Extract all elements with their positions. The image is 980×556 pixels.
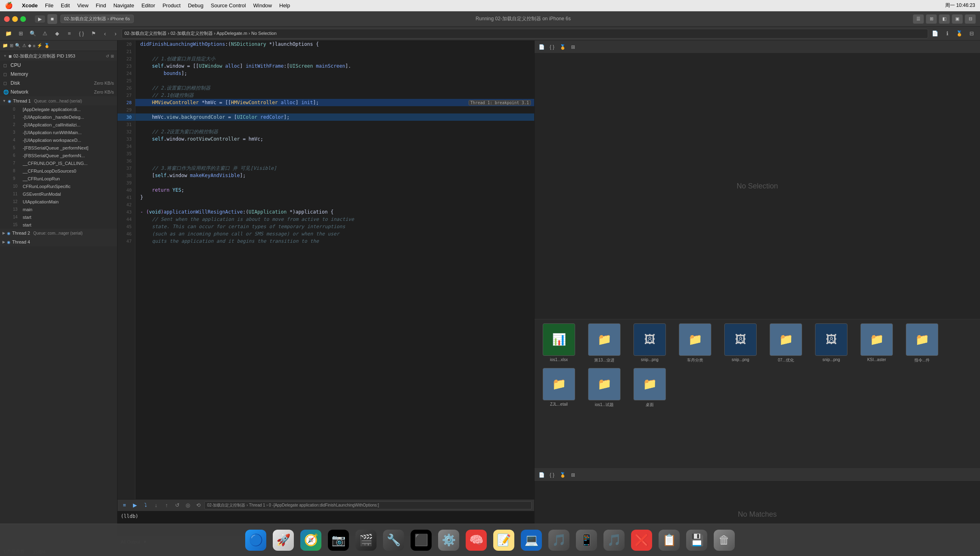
menu-help[interactable]: Help [279, 2, 290, 9]
folder-btn[interactable]: 📁 [3, 28, 14, 39]
layout-btn-2[interactable]: ◧ [939, 14, 950, 24]
dock-safari[interactable]: 🧭 [299, 528, 323, 552]
minimize-button[interactable] [12, 16, 18, 22]
dock-tools[interactable]: 🔧 [381, 528, 406, 552]
menu-edit[interactable]: Edit [61, 2, 70, 9]
debug-attach[interactable]: ⟲ [194, 501, 203, 510]
inspector-toggle[interactable]: ⊟ [965, 14, 976, 24]
panel-icon-4[interactable]: ⚠ [22, 43, 26, 48]
call-8[interactable]: 8 __CFRunLoopDoSources0 [0, 167, 117, 175]
call-4[interactable]: 4 -[UIApplication workspaceD... [0, 136, 117, 144]
navigator-toggle[interactable]: ☰ [913, 14, 924, 24]
panel-icon-8[interactable]: 🏅 [44, 43, 50, 48]
dock-launchpad[interactable]: 🚀 [271, 528, 295, 552]
menu-editor[interactable]: Editor [141, 2, 155, 9]
nav-forward[interactable]: › [111, 29, 120, 38]
thread2-header[interactable]: ▶ ◉ Thread 2 Queue: com...nager (serial) [0, 229, 117, 237]
rb-btn-3[interactable]: 🏅 [558, 470, 567, 479]
apple-menu[interactable]: 🍎 [5, 2, 13, 9]
call-10[interactable]: 10 CFRunLoopRunSpecific [0, 182, 117, 190]
file-item-9[interactable]: 📁 ZJL...etail [539, 368, 579, 408]
file-btn[interactable]: 📄 [930, 28, 940, 39]
panel-icon-7[interactable]: ⚡ [37, 43, 43, 48]
rp-code-btn[interactable]: { } [548, 43, 556, 51]
dock-media[interactable]: 🎬 [354, 528, 378, 552]
menu-file[interactable]: File [45, 2, 53, 9]
dock-generic1[interactable]: 🎵 [602, 528, 626, 552]
call-14[interactable]: 14 start [0, 213, 117, 221]
file-item-4[interactable]: 🖼 snip...png [720, 323, 761, 363]
group-btn[interactable]: ⊞ [15, 28, 26, 39]
close-button[interactable] [4, 16, 10, 22]
scheme-selector[interactable]: 02-加载自定义控制器 › iPhone 6s [60, 15, 134, 23]
dock-terminal[interactable]: ⬛ [409, 528, 433, 552]
debug-hide-btn[interactable]: ≡ [120, 501, 129, 510]
panel-icon-2[interactable]: ⊞ [10, 43, 13, 48]
rp-file-btn[interactable]: 📄 [537, 43, 546, 51]
rp-badge-btn[interactable]: 🏅 [558, 43, 567, 51]
call-6[interactable]: 6 -[FBSSerialQueue _performN... [0, 152, 117, 159]
menu-window[interactable]: Window [253, 2, 272, 9]
menu-navigate[interactable]: Navigate [113, 2, 134, 9]
layout-btn-3[interactable]: ▣ [952, 14, 963, 24]
call-15[interactable]: 15 start [0, 221, 117, 229]
debug-step-into[interactable]: ↓ [152, 501, 160, 510]
debug-locate[interactable]: ◎ [183, 501, 192, 510]
list-btn[interactable]: ≡ [64, 28, 75, 39]
flag-btn[interactable]: ⚑ [88, 28, 99, 39]
layout-split[interactable]: ⊟ [966, 28, 977, 39]
menu-debug[interactable]: Debug [188, 2, 203, 9]
layout-btn-1[interactable]: ⊞ [926, 14, 937, 24]
call-13[interactable]: 13 main [0, 205, 117, 213]
code-area[interactable]: didFinishLaunchingWithOptions:(NSDiction… [135, 41, 534, 499]
rb-btn-4[interactable]: ⊞ [569, 470, 578, 479]
debug-cpu[interactable]: ◻ CPU [0, 61, 117, 70]
debug-memory[interactable]: ◻ Memory [0, 70, 117, 79]
dock-xmind2[interactable]: ❌ [629, 528, 654, 552]
call-11[interactable]: 11 GSEventRunModal [0, 190, 117, 198]
file-item-6[interactable]: 🖼 snip...png [811, 323, 852, 363]
dock-camo[interactable]: 📷 [326, 528, 351, 552]
panel-icon-1[interactable]: 📁 [2, 43, 8, 48]
call-1[interactable]: 1 -[UIApplication _handleDeleg... [0, 113, 117, 121]
debug-step-over[interactable]: ⤵ [141, 501, 150, 510]
search-btn[interactable]: 🔍 [28, 28, 38, 39]
project-header[interactable]: ▼ ◼ 02-加载自定义控制器 PID 1953 ↺ ⊞ [0, 51, 117, 61]
call-7[interactable]: 7 __CFRUNLOOP_IS_CALLING... [0, 159, 117, 167]
call-5[interactable]: 5 -[FBSSerialQueue _performNext] [0, 144, 117, 152]
dock-finder[interactable]: 🔵 [244, 528, 268, 552]
file-item-11[interactable]: 📁 桌面 [629, 368, 670, 408]
code-btn[interactable]: { } [76, 28, 87, 39]
info-btn[interactable]: ℹ [942, 28, 952, 39]
call-3[interactable]: 3 -[UIApplication runWithMain... [0, 128, 117, 136]
debug-network[interactable]: 🌐 Network Zero KB/s [0, 88, 117, 96]
call-2[interactable]: 2 -[UIApplication _callInitializi... [0, 121, 117, 128]
thread4-header[interactable]: ▶ ◉ Thread 4 [0, 237, 117, 246]
debug-restart[interactable]: ↺ [173, 501, 182, 510]
call-0[interactable]: 0 [AppDelegate application:di... [0, 105, 117, 113]
file-item-5[interactable]: 📁 07...优化 [766, 323, 806, 363]
file-item-3[interactable]: 📁 车丹分类 [675, 323, 715, 363]
panel-icon-3[interactable]: 🔍 [15, 43, 21, 48]
dock-trash[interactable]: 🗑 [712, 528, 736, 552]
dock-phone[interactable]: 📱 [574, 528, 599, 552]
warning-btn[interactable]: ⚠ [40, 28, 50, 39]
zoom-button[interactable] [20, 16, 26, 22]
file-item-1[interactable]: 📁 第13...业进 [584, 323, 625, 363]
rb-btn-2[interactable]: { } [548, 470, 556, 479]
breakpoint-btn[interactable]: ◆ [52, 28, 62, 39]
dock-clipboard[interactable]: 📋 [657, 528, 681, 552]
call-9[interactable]: 9 __CFRunLoopRun [0, 175, 117, 182]
file-item-7[interactable]: 📁 KSI...aster [856, 323, 897, 363]
debug-step-out[interactable]: ↑ [162, 501, 171, 510]
run-button[interactable]: ▶ [35, 15, 45, 23]
dock-sticky[interactable]: 📝 [492, 528, 516, 552]
panel-icon-5[interactable]: ◆ [28, 43, 31, 48]
nav-back[interactable]: ‹ [101, 29, 109, 38]
dock-storage[interactable]: 💾 [685, 528, 709, 552]
thread1-header[interactable]: ▼ ◉ Thread 1 Queue: com...head (serial) [0, 96, 117, 105]
dock-system-prefs[interactable]: ⚙️ [437, 528, 461, 552]
rb-btn-1[interactable]: 📄 [537, 470, 546, 479]
debug-disk[interactable]: ◻ Disk Zero KB/s [0, 79, 117, 88]
file-item-8[interactable]: 📁 指令...件 [902, 323, 942, 363]
